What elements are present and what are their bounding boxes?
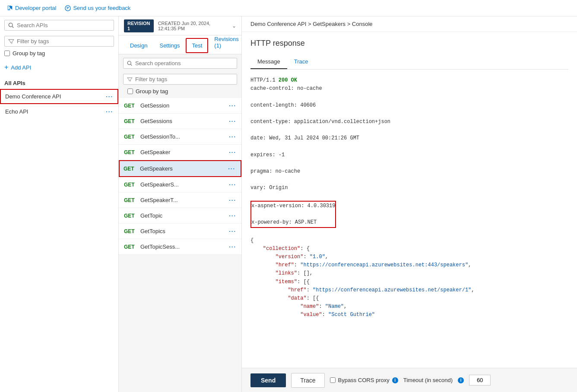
plus-icon: + [4, 63, 8, 71]
ops-group-by-tag[interactable]: Group by tag [123, 85, 237, 98]
search-apis-input[interactable] [17, 22, 110, 28]
feedback-link[interactable]: Send us your feedback [65, 5, 130, 11]
right-panel: Demo Conference API > GetSpeakers > Cons… [242, 16, 577, 392]
op-method: GET [124, 213, 136, 219]
tab-design[interactable]: Design [124, 38, 153, 54]
json-val: "https://conferenceapi.azurewebsites.net… [300, 262, 468, 268]
op-item-getsessions[interactable]: GET GetSessions ··· [119, 114, 241, 129]
op-item-gettopicsess[interactable]: GET GetTopicSess... ··· [119, 239, 241, 255]
all-apis-label: All APIs [0, 76, 118, 89]
op-item-getsession[interactable]: GET GetSession ··· [119, 98, 241, 114]
header-content-type: content-type: application/vnd.collection… [250, 118, 568, 126]
ops-filter-input[interactable] [135, 76, 233, 82]
ops-filter-box[interactable] [123, 74, 237, 85]
send-button[interactable]: Send [250, 373, 286, 387]
bypass-cors-info-icon[interactable]: i [392, 377, 398, 383]
op-item-getspeaker[interactable]: GET GetSpeaker ··· [119, 145, 241, 160]
op-menu-dots[interactable]: ··· [229, 133, 236, 140]
ops-search-box[interactable] [123, 58, 237, 69]
op-menu-dots[interactable]: ··· [229, 149, 236, 155]
highlighted-headers: x-aspnet-version: 4.0.30319 x-powered-by… [250, 201, 336, 228]
timeout-input[interactable] [469, 375, 491, 386]
response-body: HTTP/1.1 200 OK cache-control: no-cache … [250, 70, 568, 335]
search-apis-box[interactable] [4, 20, 114, 31]
op-menu-dots[interactable]: ··· [229, 197, 236, 203]
revision-info: CREATED Jun 20, 2024, 12:41:35 PM [158, 21, 227, 31]
resp-tab-trace[interactable]: Trace [287, 55, 315, 69]
op-item-getspeakers[interactable]: GET GetSpeakers ··· [119, 160, 241, 177]
add-api-label: Add API [11, 64, 31, 71]
op-item-getspeakers2[interactable]: GET GetSpeakerS... ··· [119, 177, 241, 193]
json-key: "data" [288, 295, 306, 301]
status-200: 200 OK [279, 77, 297, 83]
search-icon [8, 22, 14, 28]
timeout-label: Timeout (in second) [403, 377, 453, 383]
external-link-icon [7, 5, 13, 11]
top-bar: Developer portal Send us your feedback [0, 0, 577, 16]
ops-filter-icon [127, 76, 133, 82]
op-name: GetSessions [140, 118, 172, 124]
svg-point-3 [127, 61, 131, 64]
http-response-title: HTTP response [250, 39, 568, 48]
sidebar: Group by tag + Add API All APIs Demo Con… [0, 16, 119, 392]
op-menu-dots[interactable]: ··· [229, 212, 236, 219]
add-api-button[interactable]: + Add API [0, 60, 118, 76]
json-key: "value" [300, 312, 322, 318]
op-menu-dots[interactable]: ··· [229, 243, 236, 250]
op-item-gettopics[interactable]: GET GetTopics ··· [119, 224, 241, 239]
resp-tab-message[interactable]: Message [250, 55, 287, 69]
op-method: GET [124, 103, 136, 109]
op-name: GetSpeaker [140, 149, 170, 155]
tab-settings[interactable]: Settings [153, 38, 186, 54]
revision-badge: REVISION 1 [124, 19, 154, 32]
op-name: GetTopicSess... [140, 243, 180, 250]
api-menu-dots[interactable]: ··· [106, 93, 113, 100]
json-key: "href" [276, 262, 294, 268]
op-menu-dots[interactable]: ··· [229, 102, 236, 109]
bottom-bar: Send Trace Bypass CORS proxy i Timeout (… [242, 368, 577, 392]
api-name: Demo Conference API [5, 93, 61, 100]
bypass-cors-checkbox[interactable] [330, 377, 336, 383]
ops-search-area: Group by tag [119, 54, 241, 98]
op-menu-dots[interactable]: ··· [229, 118, 236, 124]
sidebar-item-echo-api[interactable]: Echo API ··· [0, 104, 118, 119]
header-expires: expires: -1 [250, 151, 568, 159]
trace-button[interactable]: Trace [291, 373, 324, 388]
op-item-getsessionto[interactable]: GET GetSessionTo... ··· [119, 129, 241, 145]
op-item-getspeakert[interactable]: GET GetSpeakerT... ··· [119, 193, 241, 208]
group-by-tag-checkbox[interactable] [4, 51, 10, 56]
op-method: GET [124, 244, 136, 250]
api-name: Echo API [5, 108, 28, 115]
op-method: GET [124, 182, 136, 188]
op-name: GetSession [140, 102, 169, 109]
op-name: GetSpeakerT... [140, 197, 178, 203]
op-item-gettopic[interactable]: GET GetTopic ··· [119, 208, 241, 224]
filter-icon [8, 38, 14, 44]
tab-revisions[interactable]: Revisions (1) [208, 32, 244, 54]
json-key: "href" [288, 287, 306, 293]
developer-portal-link[interactable]: Developer portal [7, 5, 56, 11]
timeout-info-icon[interactable]: i [458, 377, 464, 383]
filter-apis-box[interactable] [4, 36, 114, 47]
ops-search-input[interactable] [135, 60, 233, 66]
op-method: GET [124, 134, 136, 140]
sidebar-item-demo-conference-api[interactable]: Demo Conference API ··· [0, 89, 118, 104]
status-line: HTTP/1.1 200 OK [250, 77, 297, 83]
developer-portal-label: Developer portal [15, 5, 56, 11]
bypass-cors-label: Bypass CORS proxy [338, 377, 390, 383]
op-menu-dots[interactable]: ··· [229, 181, 236, 188]
filter-apis-input[interactable] [17, 38, 110, 44]
ops-group-by-tag-checkbox[interactable] [127, 89, 133, 94]
tab-test[interactable]: Test [186, 38, 208, 53]
json-val: "1.0" [310, 254, 325, 260]
header-pragma: pragma: no-cache [250, 168, 568, 176]
revision-chevron-icon[interactable]: ⌄ [232, 23, 236, 29]
json-key: "version" [276, 254, 304, 260]
op-menu-dots[interactable]: ··· [228, 165, 235, 172]
group-by-tag-check[interactable]: Group by tag [0, 47, 118, 60]
header-date: date: Wed, 31 Jul 2024 00:21:26 GMT [250, 134, 568, 142]
op-method: GET [124, 228, 136, 234]
api-menu-dots[interactable]: ··· [106, 108, 113, 115]
op-menu-dots[interactable]: ··· [229, 228, 236, 234]
header-vary: vary: Origin [250, 184, 568, 192]
